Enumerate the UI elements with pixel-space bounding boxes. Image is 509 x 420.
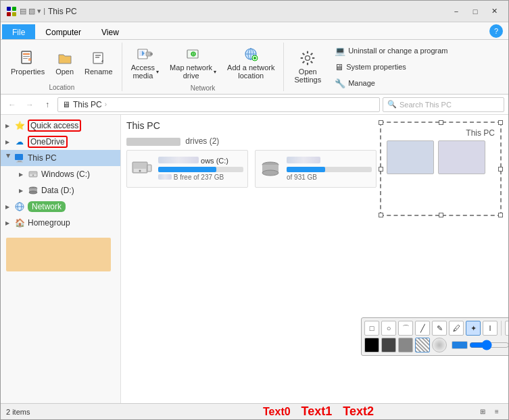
opacity-slider[interactable] bbox=[469, 341, 508, 349]
status-bar: 2 items Text0 Text1 Text2 ⊞ ≡ bbox=[1, 403, 508, 419]
title-bar-controls: − □ ✕ bbox=[447, 5, 503, 18]
map-network-icon bbox=[185, 46, 201, 62]
search-box[interactable]: 🔍 Search This PC bbox=[383, 97, 504, 112]
view-list-button[interactable]: ≡ bbox=[491, 406, 503, 418]
tab-file[interactable]: File bbox=[2, 24, 35, 39]
content-title: This PC bbox=[126, 120, 503, 131]
sidebar-item-network[interactable]: ▶ Network bbox=[1, 199, 120, 215]
svg-point-27 bbox=[306, 56, 310, 61]
draw-arc-button[interactable]: ⌒ bbox=[398, 321, 413, 336]
map-network-label: Map networkdrive bbox=[170, 63, 212, 80]
draw-sep1 bbox=[501, 321, 502, 336]
svg-rect-3 bbox=[12, 12, 16, 16]
uninstall-label: Uninstall or change a program bbox=[348, 47, 447, 55]
rename-button[interactable]: Rename bbox=[80, 47, 118, 79]
sidebar-item-onedrive[interactable]: ▶ ☁ OneDrive bbox=[1, 134, 120, 150]
add-network-label: Add a networklocation bbox=[227, 63, 274, 80]
manage-button[interactable]: 🔧 Manage bbox=[330, 76, 452, 90]
back-button[interactable]: ← bbox=[5, 97, 20, 112]
path-icon: 🖥 bbox=[62, 100, 70, 109]
add-network-icon bbox=[243, 46, 259, 62]
drive-c-icon bbox=[131, 158, 153, 180]
system-props-button[interactable]: 🖥 System properties bbox=[330, 60, 452, 74]
draw-text-button[interactable]: I bbox=[483, 321, 498, 336]
draw-pen-button[interactable]: 🖊 bbox=[449, 321, 464, 336]
this-pc-label: This PC bbox=[28, 153, 57, 163]
tab-view[interactable]: View bbox=[91, 24, 129, 39]
svg-rect-5 bbox=[23, 53, 30, 55]
draw-line-button[interactable]: ╱ bbox=[415, 321, 430, 336]
color-pattern-button[interactable] bbox=[415, 338, 430, 352]
map-network-button[interactable]: Map networkdrive ▾ bbox=[165, 43, 221, 83]
properties-button[interactable]: Properties bbox=[6, 47, 49, 79]
system-props-label: System properties bbox=[346, 63, 406, 71]
svg-point-41 bbox=[32, 175, 34, 176]
uninstall-button[interactable]: 💻 Uninstall or change a program bbox=[330, 44, 452, 58]
sidebar-item-data-d[interactable]: ▶ Data (D:) bbox=[1, 182, 120, 199]
open-settings-button[interactable]: OpenSettings bbox=[288, 47, 327, 87]
drive-c-name: ows (C:) bbox=[158, 157, 243, 165]
svg-rect-36 bbox=[15, 154, 23, 160]
ribbon: File Computer View ? bbox=[1, 22, 508, 95]
onedrive-arrow: ▶ bbox=[3, 138, 11, 146]
forward-button[interactable]: → bbox=[22, 97, 37, 112]
svg-point-44 bbox=[29, 191, 37, 194]
main-area: ▶ ⭐ Quick access ▶ ☁ OneDrive ▶ bbox=[1, 115, 508, 403]
rename-label: Rename bbox=[84, 68, 113, 76]
drive-c-bar-bg bbox=[158, 167, 243, 172]
sidebar-item-this-pc[interactable]: ▶ This PC bbox=[1, 150, 120, 166]
svg-point-50 bbox=[139, 170, 141, 172]
quick-access-icon: ⭐ bbox=[14, 120, 25, 131]
draw-pencil-button[interactable]: ✎ bbox=[432, 321, 447, 336]
drive-windows-c[interactable]: ows (C:) B free of 237 GB bbox=[126, 150, 248, 188]
color-black-button[interactable] bbox=[364, 338, 379, 352]
data-d-label: Data (D:) bbox=[41, 186, 74, 195]
drive-c-bar-fill bbox=[158, 167, 216, 172]
ribbon-content: Properties Open bbox=[1, 40, 508, 94]
view-grid-button[interactable]: ⊞ bbox=[477, 406, 489, 418]
add-network-button[interactable]: Add a networklocation bbox=[222, 43, 279, 83]
close-button[interactable]: ✕ bbox=[485, 5, 503, 18]
data-d-arrow: ▶ bbox=[17, 186, 25, 194]
sidebar-item-quick-access[interactable]: ▶ ⭐ Quick access bbox=[1, 117, 120, 134]
sidebar-item-windows-c[interactable]: ▶ Windows (C:) bbox=[1, 166, 120, 182]
status-view-buttons: ⊞ ≡ bbox=[477, 406, 503, 418]
orange-highlight bbox=[6, 238, 111, 271]
color-dark-button[interactable] bbox=[381, 338, 396, 352]
drive-c-size: B free of 237 GB bbox=[158, 174, 243, 181]
minimize-button[interactable]: − bbox=[447, 5, 465, 18]
draw-rect-button[interactable]: □ bbox=[364, 321, 379, 336]
maximize-button[interactable]: □ bbox=[466, 5, 484, 18]
drives-section: drives (2) bbox=[126, 136, 503, 188]
color-fade-button[interactable] bbox=[432, 338, 447, 352]
settings-icon bbox=[299, 50, 316, 66]
ribbon-group-location: Properties Open bbox=[2, 43, 122, 91]
network-icon bbox=[14, 201, 25, 212]
access-media-arrow: ▾ bbox=[156, 69, 159, 75]
svg-rect-4 bbox=[22, 51, 31, 63]
address-path[interactable]: 🖥 This PC › bbox=[57, 97, 380, 112]
drive-d-info: of 931 GB bbox=[287, 157, 372, 181]
window: ▤ ▧ ▾ | This PC − □ ✕ File Computer View… bbox=[0, 0, 509, 420]
access-media-button[interactable]: Accessmedia ▾ bbox=[126, 43, 164, 83]
open-button[interactable]: Open bbox=[51, 47, 78, 79]
tab-computer[interactable]: Computer bbox=[35, 24, 91, 39]
drives-count: drives (2) bbox=[185, 136, 219, 146]
help-button[interactable]: ? bbox=[489, 24, 503, 38]
draw-circle-button[interactable]: ○ bbox=[381, 321, 396, 336]
sidebar-item-homegroup[interactable]: ▶ 🏠 Homegroup bbox=[1, 215, 120, 231]
up-button[interactable]: ↑ bbox=[40, 97, 55, 112]
draw-undo-button[interactable]: ↩ bbox=[505, 321, 508, 336]
color-gray-button[interactable] bbox=[398, 338, 413, 352]
windows-c-icon bbox=[28, 169, 39, 180]
drive-c-info: ows (C:) B free of 237 GB bbox=[158, 157, 243, 181]
drive-data-d[interactable]: of 931 GB bbox=[255, 150, 377, 188]
windows-c-label: Windows (C:) bbox=[41, 169, 90, 179]
window-icon bbox=[6, 6, 17, 17]
properties-icon bbox=[20, 50, 36, 66]
svg-rect-7 bbox=[23, 58, 28, 59]
this-pc-arrow: ▶ bbox=[3, 154, 11, 162]
svg-point-15 bbox=[150, 53, 153, 55]
status-text2: Text2 bbox=[343, 404, 374, 419]
draw-star-button[interactable]: ✦ bbox=[466, 321, 481, 336]
